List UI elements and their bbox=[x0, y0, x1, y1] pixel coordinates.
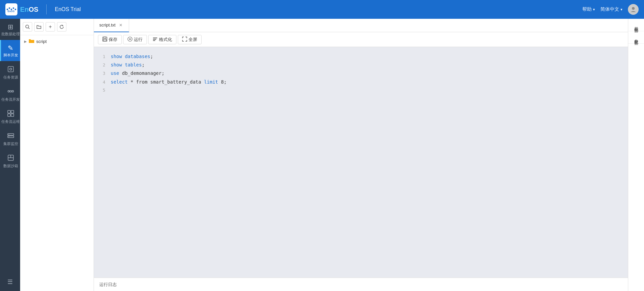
editor-area: script.txt ✕ 保存 bbox=[94, 19, 628, 291]
svg-point-3 bbox=[13, 7, 14, 9]
fullscreen-icon bbox=[182, 37, 187, 43]
task-flow-icon bbox=[7, 88, 14, 96]
run-icon bbox=[127, 37, 132, 43]
fullscreen-label: 全屏 bbox=[189, 37, 197, 43]
file-tree: ▶ script bbox=[20, 35, 94, 291]
code-line: 1show databases; bbox=[94, 52, 628, 61]
app-title: EnOS Trial bbox=[55, 6, 80, 12]
line-number: 5 bbox=[94, 86, 111, 94]
svg-point-9 bbox=[8, 91, 9, 92]
sidebar-item-batch[interactable]: ⊞ 批数据处理 bbox=[0, 19, 20, 40]
refresh-button[interactable] bbox=[57, 22, 66, 32]
logo-text: EnOS bbox=[20, 6, 38, 13]
sidebar-item-task-flow[interactable]: 任务流开发 bbox=[0, 83, 20, 105]
lang-menu[interactable]: 简体中文 ▾ bbox=[600, 6, 623, 12]
line-number: 3 bbox=[94, 69, 111, 77]
svg-point-18 bbox=[8, 137, 9, 137]
left-sidebar: ⊞ 批数据处理 ✎ 脚本开发 任务资源 bbox=[0, 19, 20, 291]
sidebar-label-batch: 批数据处理 bbox=[1, 32, 20, 37]
folder-icon bbox=[29, 39, 34, 44]
svg-point-10 bbox=[12, 91, 13, 92]
line-content: use db_demomanager; bbox=[111, 69, 628, 78]
right-panel-item-basic[interactable]: 基础配置 bbox=[628, 19, 644, 31]
file-panel: + ▶ script bbox=[20, 19, 94, 291]
run-log-bar: 运行日志 bbox=[94, 278, 628, 291]
svg-line-23 bbox=[29, 28, 30, 29]
svg-point-17 bbox=[8, 134, 9, 135]
file-tree-item-script[interactable]: ▶ script bbox=[20, 37, 94, 46]
save-icon bbox=[102, 37, 107, 43]
editor-toolbar: 保存 运行 格式化 bbox=[94, 32, 628, 47]
line-number: 1 bbox=[94, 53, 111, 60]
help-menu[interactable]: 帮助 ▾ bbox=[582, 6, 595, 12]
sidebar-item-sandbox[interactable]: 数据沙箱 bbox=[0, 150, 20, 172]
task-resource-icon bbox=[7, 66, 14, 74]
svg-text:EnOS: EnOS bbox=[8, 10, 14, 13]
tree-chevron: ▶ bbox=[24, 40, 27, 43]
main-area: ⊞ 批数据处理 ✎ 脚本开发 任务资源 bbox=[0, 19, 644, 291]
user-avatar[interactable] bbox=[628, 4, 639, 15]
svg-point-22 bbox=[26, 25, 29, 28]
collapse-icon[interactable]: ☰ bbox=[7, 278, 13, 286]
run-button[interactable]: 运行 bbox=[123, 35, 147, 44]
code-editor[interactable]: 1show databases;2show tables;3use db_dem… bbox=[94, 47, 628, 278]
line-content: show databases; bbox=[111, 52, 628, 61]
enos-logo-svg: EnOS bbox=[6, 6, 16, 13]
top-nav-right: 帮助 ▾ 简体中文 ▾ bbox=[582, 4, 639, 15]
save-button[interactable]: 保存 bbox=[98, 35, 122, 44]
right-panel-basic-label: 基础配置 bbox=[633, 23, 639, 26]
sidebar-label-task-flow: 任务流开发 bbox=[1, 97, 20, 102]
tab-filename: script.txt bbox=[99, 22, 115, 28]
logo-icon: EnOS bbox=[5, 3, 17, 15]
sidebar-item-cluster[interactable]: 集群监控 bbox=[0, 128, 20, 150]
batch-icon: ⊞ bbox=[8, 23, 13, 30]
sidebar-label-task-ops: 任务流运维 bbox=[1, 119, 20, 124]
code-line: 5 bbox=[94, 86, 628, 94]
task-ops-icon bbox=[7, 110, 14, 118]
sandbox-icon bbox=[7, 154, 14, 162]
sidebar-label-cluster: 集群监控 bbox=[3, 141, 18, 146]
svg-rect-30 bbox=[153, 39, 156, 40]
sidebar-item-task-resource[interactable]: 任务资源 bbox=[0, 61, 20, 83]
svg-rect-7 bbox=[8, 66, 13, 72]
svg-rect-25 bbox=[104, 37, 106, 39]
svg-rect-14 bbox=[11, 114, 14, 116]
editor-tab-script[interactable]: script.txt ✕ bbox=[94, 19, 129, 32]
svg-marker-28 bbox=[129, 38, 131, 40]
new-folder-button[interactable] bbox=[34, 22, 44, 32]
line-content: show tables; bbox=[111, 61, 628, 69]
folder-name: script bbox=[36, 39, 47, 44]
sidebar-label-sandbox: 数据沙箱 bbox=[3, 163, 18, 168]
code-line: 3use db_demomanager; bbox=[94, 69, 628, 78]
format-button[interactable]: 格式化 bbox=[148, 35, 176, 44]
code-line: 2show tables; bbox=[94, 61, 628, 69]
fullscreen-button[interactable]: 全屏 bbox=[178, 35, 202, 44]
code-line: 4select * from smart_battery_data limit … bbox=[94, 78, 628, 86]
sidebar-label-task-resource: 任务资源 bbox=[3, 75, 18, 80]
svg-point-8 bbox=[10, 68, 12, 70]
sidebar-item-task-ops[interactable]: 任务流运维 bbox=[0, 105, 20, 128]
nav-divider bbox=[46, 4, 47, 14]
add-button[interactable]: + bbox=[46, 22, 55, 32]
right-panel-item-params[interactable]: 参数配置 bbox=[628, 31, 644, 44]
script-icon: ✎ bbox=[8, 45, 13, 51]
folder-icon bbox=[37, 25, 41, 29]
tab-close-button[interactable]: ✕ bbox=[118, 22, 123, 28]
format-label: 格式化 bbox=[159, 37, 172, 43]
svg-rect-11 bbox=[8, 110, 10, 113]
sidebar-item-script[interactable]: ✎ 脚本开发 bbox=[0, 40, 20, 61]
svg-rect-26 bbox=[103, 39, 106, 41]
sidebar-label-script: 脚本开发 bbox=[3, 53, 18, 58]
svg-rect-12 bbox=[11, 110, 14, 113]
run-label: 运行 bbox=[134, 37, 143, 43]
line-content: select * from smart_battery_data limit 8… bbox=[111, 78, 628, 86]
editor-tabs: script.txt ✕ bbox=[94, 19, 628, 32]
sidebar-bottom: ☰ bbox=[0, 278, 20, 291]
search-button[interactable] bbox=[23, 22, 32, 32]
save-label: 保存 bbox=[109, 37, 117, 43]
format-icon bbox=[153, 37, 158, 43]
svg-rect-13 bbox=[8, 114, 10, 116]
svg-point-4 bbox=[15, 9, 16, 10]
logo-area: EnOS EnOS EnOS Trial bbox=[5, 3, 81, 15]
run-log-label: 运行日志 bbox=[99, 282, 117, 288]
